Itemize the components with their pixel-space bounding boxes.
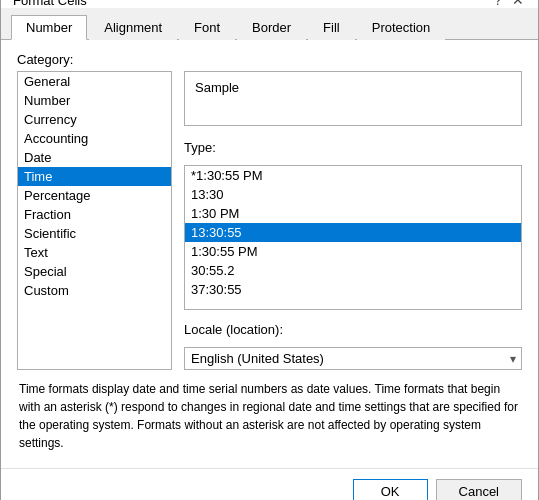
- tab-border[interactable]: Border: [237, 15, 306, 40]
- type-label: Type:: [184, 140, 522, 155]
- close-button[interactable]: ✕: [510, 0, 526, 8]
- category-label: Category:: [17, 52, 522, 67]
- category-list[interactable]: General Number Currency Accounting Date …: [17, 71, 172, 370]
- dialog-title: Format Cells: [13, 0, 87, 8]
- type-list[interactable]: *1:30:55 PM 13:30 1:30 PM 13:30:55 1:30:…: [184, 165, 522, 310]
- type-item-1[interactable]: 13:30: [185, 185, 521, 204]
- title-bar-controls: ? ✕: [490, 0, 526, 8]
- cancel-button[interactable]: Cancel: [436, 479, 522, 500]
- category-item-custom[interactable]: Custom: [18, 281, 171, 300]
- category-item-fraction[interactable]: Fraction: [18, 205, 171, 224]
- tab-alignment[interactable]: Alignment: [89, 15, 177, 40]
- type-item-2[interactable]: 1:30 PM: [185, 204, 521, 223]
- ok-button[interactable]: OK: [353, 479, 428, 500]
- category-item-accounting[interactable]: Accounting: [18, 129, 171, 148]
- tab-font[interactable]: Font: [179, 15, 235, 40]
- button-row: OK Cancel: [1, 468, 538, 500]
- description-text: Time formats display date and time seria…: [17, 380, 522, 452]
- category-item-scientific[interactable]: Scientific: [18, 224, 171, 243]
- format-cells-dialog: Format Cells ? ✕ Number Alignment Font B…: [0, 0, 539, 500]
- tab-fill[interactable]: Fill: [308, 15, 355, 40]
- tab-number[interactable]: Number: [11, 15, 87, 40]
- tab-content: Category: General Number Currency Accoun…: [1, 40, 538, 464]
- category-item-text[interactable]: Text: [18, 243, 171, 262]
- type-item-6[interactable]: 37:30:55: [185, 280, 521, 299]
- type-item-5[interactable]: 30:55.2: [185, 261, 521, 280]
- locale-select-wrapper: English (United States) English (United …: [184, 347, 522, 370]
- locale-select[interactable]: English (United States) English (United …: [184, 347, 522, 370]
- category-panel: General Number Currency Accounting Date …: [17, 71, 172, 370]
- category-item-time[interactable]: Time: [18, 167, 171, 186]
- main-area: General Number Currency Accounting Date …: [17, 71, 522, 370]
- type-item-4[interactable]: 1:30:55 PM: [185, 242, 521, 261]
- locale-label: Locale (location):: [184, 322, 522, 337]
- sample-label: Sample: [195, 80, 511, 95]
- category-item-general[interactable]: General: [18, 72, 171, 91]
- help-button[interactable]: ?: [490, 0, 506, 8]
- tab-bar: Number Alignment Font Border Fill Protec…: [1, 8, 538, 40]
- category-item-date[interactable]: Date: [18, 148, 171, 167]
- right-panel: Sample Type: *1:30:55 PM 13:30 1:30 PM 1…: [184, 71, 522, 370]
- category-item-special[interactable]: Special: [18, 262, 171, 281]
- category-item-number[interactable]: Number: [18, 91, 171, 110]
- sample-box: Sample: [184, 71, 522, 126]
- title-bar: Format Cells ? ✕: [1, 0, 538, 8]
- category-item-percentage[interactable]: Percentage: [18, 186, 171, 205]
- category-item-currency[interactable]: Currency: [18, 110, 171, 129]
- type-item-3[interactable]: 13:30:55: [185, 223, 521, 242]
- type-item-0[interactable]: *1:30:55 PM: [185, 166, 521, 185]
- tab-protection[interactable]: Protection: [357, 15, 446, 40]
- sample-value: [195, 99, 511, 117]
